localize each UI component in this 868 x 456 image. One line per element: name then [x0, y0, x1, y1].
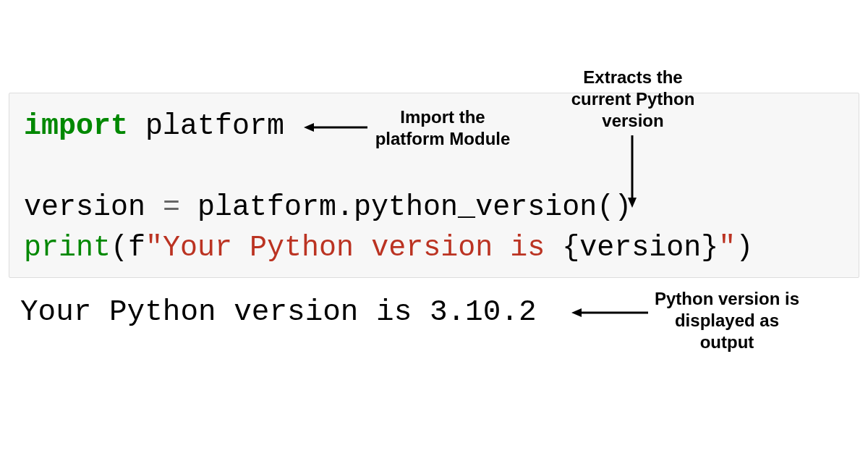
arrow-to-output	[571, 307, 650, 318]
module-name: platform	[128, 110, 284, 143]
code-line-3: print(f"Your Python version is {version}…	[24, 228, 844, 269]
fstring-expr: version	[579, 232, 701, 264]
arrow-to-import	[304, 122, 369, 133]
svg-marker-1	[304, 123, 314, 132]
variable-name: version	[24, 191, 163, 224]
fstring-text: Your Python version is	[163, 232, 562, 264]
function-call: platform.python_version	[197, 191, 597, 224]
svg-marker-3	[628, 198, 637, 208]
output-text: Your Python version is 3.10.2	[20, 295, 537, 329]
arrow-to-version-call	[626, 135, 638, 208]
equals-operator: =	[163, 191, 180, 224]
svg-marker-5	[571, 308, 582, 317]
code-line-2: version = platform.python_version()	[24, 187, 844, 228]
print-function: print	[24, 232, 111, 264]
annotation-import: Import the platform Module	[370, 106, 515, 150]
keyword-import: import	[24, 110, 128, 143]
annotation-output: Python version is displayed as output	[651, 288, 803, 353]
annotation-extract: Extracts the current Python version	[564, 67, 702, 132]
blank-line	[24, 147, 844, 187]
